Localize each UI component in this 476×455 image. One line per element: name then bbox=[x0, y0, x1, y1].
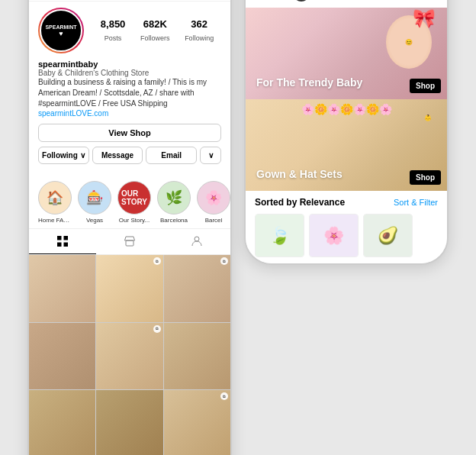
profile-bio: spearmintbaby Baby & Children's Clothing… bbox=[38, 60, 221, 118]
shop-user-info: S spearmintbaby ✓ bbox=[293, 0, 386, 2]
product-img-3: 🥑 bbox=[364, 215, 412, 257]
banner-image-bottom: 🌸🌼🌸🌼🌸🌼🌸 👶 Gown & Hat Sets Shop bbox=[246, 99, 447, 191]
bow-top: 🎀 bbox=[413, 8, 436, 29]
story-circle-story: OURSTORY bbox=[117, 181, 151, 215]
followers-count: 682K bbox=[140, 18, 170, 30]
photo-thumb-3 bbox=[164, 255, 230, 321]
bio-link[interactable]: spearmintLOVE.com bbox=[38, 109, 221, 118]
photo-cell-6[interactable] bbox=[164, 323, 230, 389]
banner-trendy-baby[interactable]: 😊 🎀 For The Trendy Baby Shop bbox=[246, 8, 447, 99]
baby-gown: 👶 bbox=[424, 115, 432, 121]
bio-name: spearmintbaby bbox=[38, 60, 221, 69]
sorted-title: Sorted by Relevance bbox=[255, 197, 345, 208]
story-label-home: Home FAQS bbox=[38, 217, 72, 224]
photo-cell-8[interactable] bbox=[96, 390, 162, 455]
avatar-heart: ♥ bbox=[59, 30, 63, 37]
following-label: Following bbox=[185, 34, 214, 42]
photo-thumb-4 bbox=[29, 323, 95, 389]
photo-cell-9[interactable]: ⧉ bbox=[164, 390, 230, 455]
banner-image-top: 😊 🎀 For The Trendy Baby Shop bbox=[246, 8, 447, 99]
followers-label: Followers bbox=[140, 34, 170, 42]
bio-text: Building a business & raising a family! … bbox=[38, 77, 221, 109]
left-phone-inner: 9:41 ▲ ‹ spear bbox=[29, 0, 230, 455]
shop-icon bbox=[124, 235, 136, 247]
photo-thumb-7 bbox=[29, 390, 95, 455]
photo-grid: ⧉ ⧉ ⧉ bbox=[29, 255, 230, 455]
message-button[interactable]: Message bbox=[92, 147, 143, 164]
sort-filter-button[interactable]: Sort & Filter bbox=[394, 198, 438, 207]
avatar: SPEARMINT ♥ bbox=[40, 9, 82, 52]
photo-cell-7[interactable] bbox=[29, 390, 95, 455]
story-barcel[interactable]: 🌸 Barcel bbox=[197, 181, 230, 224]
left-phone: 9:41 ▲ ‹ spear bbox=[27, 0, 232, 455]
posts-label: Posts bbox=[105, 34, 122, 42]
svg-rect-1 bbox=[64, 236, 69, 240]
tab-grid[interactable] bbox=[29, 229, 96, 254]
shop-avatar: S bbox=[293, 0, 310, 2]
story-label-vegas: Vegas bbox=[86, 217, 103, 224]
svg-rect-4 bbox=[126, 240, 133, 246]
product-img-2: 🌸 bbox=[310, 215, 358, 257]
sorted-header: Sorted by Relevance Sort & Filter bbox=[255, 197, 438, 208]
story-home-faq[interactable]: 🏠 Home FAQS bbox=[38, 181, 72, 224]
cart-icon[interactable]: 3 bbox=[421, 0, 438, 3]
banner-shop-button-top[interactable]: Shop bbox=[410, 79, 441, 93]
photo-thumb-1 bbox=[29, 255, 95, 321]
photo-thumb-5 bbox=[96, 323, 162, 389]
photo-thumb-9 bbox=[164, 390, 230, 455]
grid-icon bbox=[56, 235, 69, 247]
banner-gown-hat[interactable]: 🌸🌼🌸🌼🌸🌼🌸 👶 Gown & Hat Sets Shop bbox=[246, 99, 447, 191]
dropdown-button[interactable]: ∨ bbox=[200, 147, 221, 164]
tab-shop[interactable] bbox=[96, 229, 163, 254]
photo-cell-1[interactable] bbox=[29, 255, 95, 321]
photo-thumb-8 bbox=[96, 390, 162, 455]
banner-shop-button-bottom[interactable]: Shop bbox=[410, 170, 441, 185]
profile-tabs bbox=[29, 228, 230, 255]
photo-thumb-2 bbox=[96, 255, 162, 321]
avatar-text: SPEARMINT bbox=[45, 24, 76, 30]
product-img-1: 🍃 bbox=[256, 215, 304, 257]
tab-tagged[interactable] bbox=[163, 229, 230, 254]
story-our-story[interactable]: OURSTORY Our Story... bbox=[117, 181, 151, 224]
story-circle-vegas: 🎰 bbox=[78, 181, 111, 215]
floral-bg: 🌸🌼🌸🌼🌸🌼🌸 bbox=[301, 103, 392, 115]
photo-cell-3[interactable]: ⧉ bbox=[164, 255, 230, 321]
profile-top: SPEARMINT ♥ 8,850 Posts 682K Followers bbox=[38, 8, 221, 53]
story-vegas[interactable]: 🎰 Vegas bbox=[78, 181, 111, 224]
right-phone-inner: 9:41 ▲ ‹ S bbox=[246, 0, 447, 263]
photo-cell-5[interactable]: ⧉ bbox=[96, 323, 162, 389]
following-count: 362 bbox=[185, 18, 214, 30]
bio-subtitle: Baby & Children's Clothing Store bbox=[38, 69, 221, 77]
banner-title-bottom: Gown & Hat Sets bbox=[256, 168, 343, 181]
view-shop-button[interactable]: View Shop bbox=[38, 124, 221, 142]
email-button[interactable]: Email bbox=[146, 147, 197, 164]
action-buttons: Following ∨ Message Email ∨ bbox=[38, 147, 221, 164]
banner-text-container-top: For The Trendy Baby bbox=[252, 72, 367, 94]
stat-following: 362 Following bbox=[185, 18, 214, 44]
svg-rect-2 bbox=[57, 243, 62, 247]
banner-shop-container-bottom: Shop bbox=[410, 170, 441, 185]
svg-point-5 bbox=[195, 237, 199, 241]
svg-rect-3 bbox=[64, 243, 69, 247]
story-circle-barcelona: 🌿 bbox=[157, 181, 191, 215]
person-icon bbox=[191, 235, 203, 247]
stat-posts: 8,850 Posts bbox=[101, 18, 126, 44]
following-button[interactable]: Following ∨ bbox=[38, 147, 89, 164]
shop-header: ‹ S spearmintbaby ✓ 3 bbox=[246, 0, 447, 8]
photo-cell-2[interactable]: ⧉ bbox=[96, 255, 162, 321]
story-barcelona[interactable]: 🌿 Barcelona bbox=[157, 181, 191, 224]
multi-photo-badge-5: ⧉ bbox=[153, 325, 161, 333]
sorted-section: Sorted by Relevance Sort & Filter 🍃 🌸 🥑 bbox=[246, 191, 447, 263]
banner-text-container-bottom: Gown & Hat Sets bbox=[252, 163, 347, 186]
story-circle-home: 🏠 bbox=[38, 181, 72, 215]
product-card-2[interactable]: 🌸 bbox=[309, 214, 359, 257]
product-card-1[interactable]: 🍃 bbox=[255, 214, 304, 257]
product-card-3[interactable]: 🥑 bbox=[363, 214, 413, 257]
svg-rect-0 bbox=[57, 236, 62, 240]
profile-section: SPEARMINT ♥ 8,850 Posts 682K Followers bbox=[29, 2, 230, 176]
profile-stats: 8,850 Posts 682K Followers 362 Following bbox=[93, 18, 221, 44]
story-label-barcelona: Barcelona bbox=[160, 217, 188, 224]
story-label-barcel: Barcel bbox=[205, 217, 223, 224]
photo-cell-4[interactable] bbox=[29, 323, 95, 389]
banner-title-top: For The Trendy Baby bbox=[256, 76, 362, 89]
